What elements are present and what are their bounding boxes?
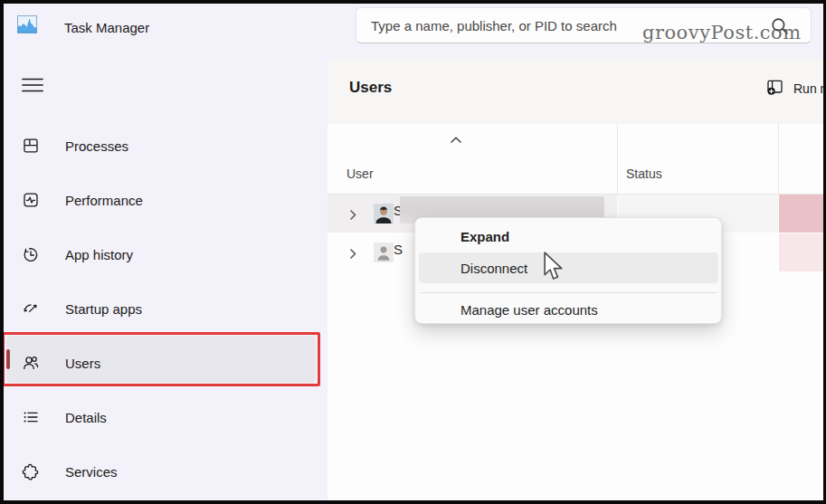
user-avatar (374, 204, 394, 227)
sidebar-item-label: Details (65, 410, 107, 425)
sidebar-item-users[interactable]: Users (9, 341, 320, 385)
column-header-status[interactable]: Status (626, 166, 662, 181)
sidebar-item-services[interactable]: Services (9, 450, 320, 493)
screenshot-frame: Task Manager groovyPost.com Processes (0, 0, 826, 504)
sidebar-item-label: Startup apps (65, 301, 142, 317)
column-header-user[interactable]: User (347, 166, 374, 181)
column-divider[interactable] (778, 124, 779, 194)
sidebar-item-processes[interactable]: Processes (9, 124, 320, 167)
sidebar-item-label: Services (65, 464, 118, 480)
sidebar-item-startup-apps[interactable]: Startup apps (9, 287, 320, 330)
user-name-initial: S (394, 242, 403, 257)
task-manager-logo-icon (17, 15, 37, 33)
usage-cell (779, 233, 823, 271)
context-menu-item-disconnect[interactable]: Disconnect (419, 252, 718, 283)
user-avatar-generic (374, 242, 394, 266)
sidebar-item-label: Performance (65, 193, 143, 208)
performance-icon (22, 191, 40, 209)
context-menu: Expand Disconnect Manage user accounts (414, 217, 722, 324)
context-menu-separator (421, 292, 717, 293)
mouse-cursor (543, 252, 565, 286)
chevron-right-icon[interactable] (349, 208, 356, 224)
sidebar-item-details[interactable]: Details (9, 395, 320, 439)
chevron-right-icon[interactable] (349, 247, 356, 263)
run-new-task-button[interactable]: Run new task (765, 77, 823, 100)
startup-apps-icon (22, 300, 40, 318)
services-icon (22, 462, 40, 480)
sidebar-item-label: App history (65, 247, 133, 262)
context-menu-item-manage-user-accounts[interactable]: Manage user accounts (419, 294, 718, 325)
sidebar-item-performance[interactable]: Performance (9, 178, 320, 222)
run-new-task-label: Run new task (793, 81, 823, 96)
task-manager-window: Task Manager groovyPost.com Processes (4, 4, 823, 500)
sort-ascending-icon (450, 131, 462, 147)
page-title: Users (349, 79, 392, 97)
app-title: Task Manager (64, 20, 149, 35)
hamburger-menu-icon[interactable] (21, 76, 44, 94)
sidebar-item-label: Users (65, 356, 100, 371)
sidebar-item-label: Processes (65, 138, 128, 154)
watermark: groovyPost.com (642, 22, 802, 43)
sidebar-item-app-history[interactable]: App history (9, 233, 320, 276)
usage-cell (779, 195, 823, 233)
column-divider[interactable] (617, 124, 618, 194)
processes-icon (22, 137, 40, 155)
details-icon (22, 408, 40, 426)
app-history-icon (22, 245, 40, 263)
users-icon (22, 354, 40, 372)
context-menu-item-expand[interactable]: Expand (419, 221, 718, 252)
run-new-task-icon (765, 78, 784, 100)
